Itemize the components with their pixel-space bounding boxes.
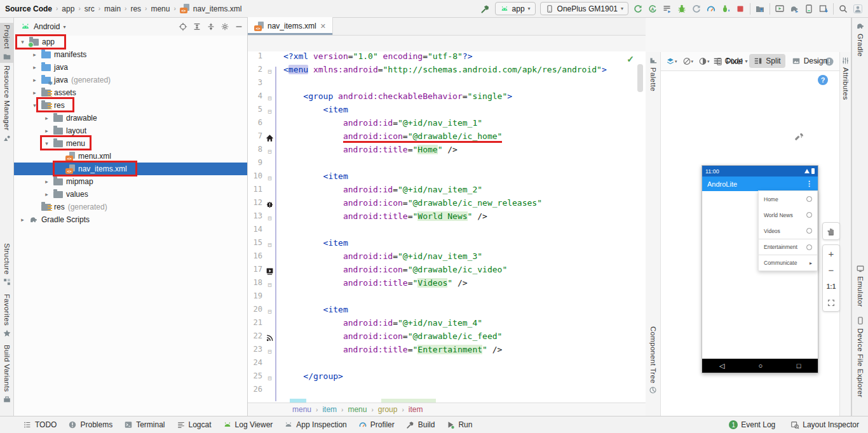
editor-breadcrumb-item[interactable]: item (322, 405, 337, 414)
code-line[interactable]: 20⊟ <item (248, 305, 646, 318)
zoom-in-button[interactable]: + (823, 245, 839, 262)
inspections-ok-icon[interactable]: ✓ (627, 54, 634, 64)
attach-debugger-icon[interactable] (691, 4, 702, 14)
apply-code-changes-icon[interactable]: A (648, 4, 658, 14)
tree-item-res[interactable]: res (generated) (14, 201, 247, 213)
tree-expand-icon[interactable]: ▾ (31, 102, 38, 109)
code-line[interactable]: 23⊟ android:title="Entertainment" /> (248, 345, 646, 358)
device-manager-icon[interactable] (804, 4, 814, 14)
gradle-sync-icon[interactable] (789, 4, 799, 14)
code-line[interactable]: 24 (248, 358, 646, 371)
fold-marker-icon[interactable]: ⊟ (264, 211, 275, 225)
device-select[interactable]: OnePlus GM1901▾ (540, 2, 628, 15)
code-line[interactable]: 8⊟ android:title="Home" /> (248, 145, 646, 158)
help-icon[interactable]: ? (818, 75, 828, 85)
design-toolbar-icon-wrap[interactable]: ▾ (666, 57, 677, 66)
editor-scrollbar[interactable] (637, 64, 643, 92)
wrench-icon[interactable] (794, 132, 804, 142)
sidebar-tab-resource-manager[interactable]: Resource Manager (0, 63, 14, 145)
pan-hand-icon[interactable] (823, 223, 839, 239)
code-line[interactable]: 4⊟ <group android:checkableBehavior="sin… (248, 91, 646, 105)
tree-item-menu[interactable]: ▾menu (14, 137, 247, 150)
tree-expand-icon[interactable]: ▸ (19, 216, 26, 223)
breadcrumb-file[interactable]: nav_items.xml (193, 4, 242, 13)
avatar-icon[interactable] (853, 4, 863, 14)
tree-item-gradle-scripts[interactable]: ▸Gradle Scripts (14, 213, 247, 226)
build-hammer-icon[interactable] (480, 4, 491, 14)
preview-menu-item-communicate[interactable]: Communicate▸ (759, 255, 817, 270)
fold-marker-icon[interactable]: ⊟ (264, 145, 275, 158)
statusbar-button-todo[interactable]: TODO (23, 420, 57, 429)
code-line[interactable]: 14 (248, 225, 646, 238)
statusbar-button-app-inspection[interactable]: App Inspection (284, 420, 346, 429)
zoom-out-button[interactable]: − (823, 262, 839, 278)
statusbar-button-logcat[interactable]: Logcat (177, 420, 212, 429)
editor-breadcrumb-item[interactable]: group (378, 405, 398, 414)
tree-expand-icon[interactable]: ▸ (43, 191, 50, 197)
device-preview[interactable]: 11:00 AndroLite ⋮ HomeWorld NewsVideosEn… (702, 165, 818, 373)
code-line[interactable]: 25⊟ </group> (248, 371, 646, 385)
more-vert-icon[interactable]: ⋮ (806, 180, 813, 188)
zoom-reset-button[interactable]: 1:1 (823, 278, 839, 295)
fold-marker-icon[interactable]: ⊟ (264, 305, 275, 318)
tree-item-java[interactable]: ▸java (14, 61, 247, 74)
home-nav-icon[interactable]: ○ (759, 362, 763, 370)
tree-item-nav-items-xml[interactable]: <>nav_items.xml (14, 163, 247, 175)
locate-icon[interactable] (179, 22, 187, 31)
sdk-manager-icon[interactable] (818, 4, 829, 14)
hide-icon[interactable] (234, 22, 243, 31)
fold-marker-icon[interactable]: ⊟ (264, 105, 275, 118)
code-line[interactable]: 1<?xml version="1.0" encoding="utf-8"?> (248, 51, 646, 65)
breadcrumb-item[interactable]: res (130, 4, 141, 13)
settings-icon[interactable] (220, 22, 229, 31)
statusbar-button-problems[interactable]: Problems (68, 420, 112, 429)
fold-marker-icon[interactable]: ⊟ (264, 91, 275, 105)
editor-breadcrumb-item[interactable]: menu (348, 405, 367, 414)
home-icon[interactable] (264, 131, 275, 145)
back-icon[interactable]: ◁ (719, 362, 724, 370)
tree-item-res[interactable]: ▾res (14, 99, 247, 112)
tree-expand-icon[interactable]: ▸ (31, 64, 38, 70)
breadcrumb-item[interactable]: menu (151, 4, 170, 13)
tree-item-values[interactable]: ▸values (14, 188, 247, 201)
tree-item-menu-xml[interactable]: <>menu.xml (14, 150, 247, 163)
tree-expand-icon[interactable]: ▸ (43, 128, 50, 134)
run-configuration-select[interactable]: app▾ (495, 2, 536, 15)
feed-icon[interactable] (264, 331, 275, 345)
radio-button-icon[interactable] (806, 228, 812, 234)
code-line[interactable]: 3 (248, 78, 646, 91)
sidebar-tab-gradle[interactable]: Gradle (852, 22, 868, 57)
radio-button-icon[interactable] (806, 212, 812, 218)
expand-all-icon[interactable] (193, 22, 201, 31)
statusbar-button-terminal[interactable]: Terminal (124, 420, 165, 429)
tree-item-manifests[interactable]: ▸manifests (14, 48, 247, 61)
code-line[interactable]: 11 android:id="@+id/nav_item_2" (248, 185, 646, 198)
zoom-fit-button[interactable] (823, 295, 839, 311)
mode-button-design[interactable]: Design (787, 54, 832, 68)
tree-item-assets[interactable]: ▸assets (14, 86, 247, 99)
fold-marker-icon[interactable]: ⊟ (264, 65, 275, 78)
code-line[interactable]: 7 android:icon="@drawable/ic_home" (248, 131, 646, 145)
sidebar-tab-build-variants[interactable]: Build Variants (0, 343, 14, 406)
preview-menu-item-home[interactable]: Home (759, 191, 817, 207)
sidebar-tab-project[interactable]: Project (0, 23, 14, 63)
code-line[interactable]: 6 android:id="@+id/nav_item_1" (248, 118, 646, 131)
editor-tab-nav-items[interactable]: <> nav_items.xml ✕ (248, 17, 333, 35)
statusbar-button-event-log[interactable]: 1Event Log (729, 420, 775, 429)
tree-expand-icon[interactable]: ▸ (43, 115, 50, 121)
stop-icon[interactable] (735, 4, 745, 14)
run-tasks-icon[interactable] (662, 4, 672, 14)
code-line[interactable]: 12 android:icon="@drawable/ic_new_releas… (248, 198, 646, 211)
tree-expand-icon[interactable]: ▸ (31, 77, 38, 83)
device-explorer-icon[interactable] (755, 4, 765, 14)
code-area[interactable]: 1<?xml version="1.0" encoding="utf-8"?>2… (248, 51, 646, 403)
breadcrumb-item[interactable]: main (104, 4, 121, 13)
mode-button-code[interactable]: Code (709, 54, 748, 68)
breadcrumb-item[interactable]: src (85, 4, 95, 13)
code-line[interactable]: 21 android:id="@+id/nav_item_4" (248, 318, 646, 331)
statusbar-button-run[interactable]: Run (446, 420, 472, 429)
design-toolbar-icon-wrap[interactable]: ▾ (682, 57, 694, 66)
preview-menu-item-world-news[interactable]: World News (759, 207, 817, 223)
preview-menu-item-videos[interactable]: Videos (759, 223, 817, 239)
tree-item-app[interactable]: ▾app (14, 36, 247, 48)
